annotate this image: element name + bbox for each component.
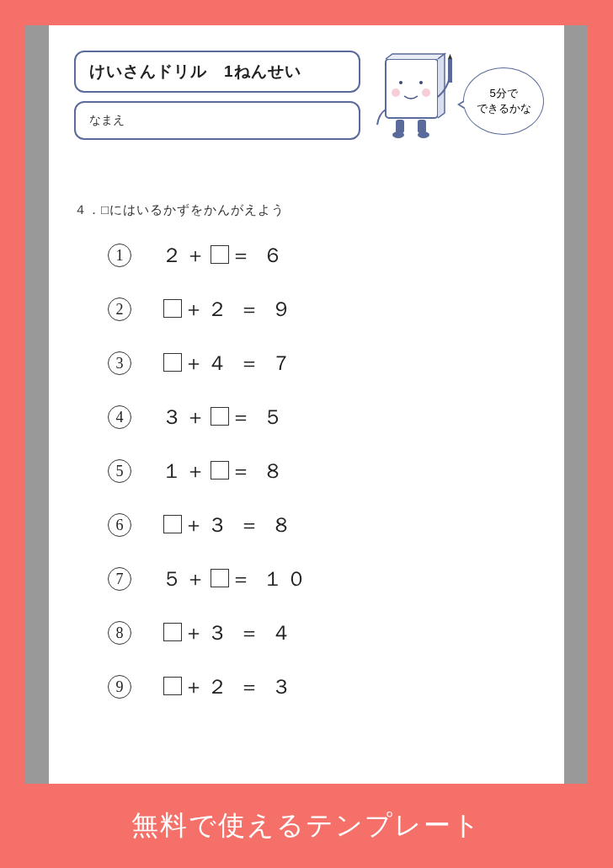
blank-box[interactable] bbox=[211, 461, 229, 480]
outer-frame: けいさんドリル 1ねんせい なまえ bbox=[0, 0, 613, 868]
worksheet-title: けいさんドリル 1ねんせい bbox=[89, 62, 301, 80]
svg-rect-0 bbox=[386, 59, 438, 118]
problem-row: 8＋３ ＝ ４ bbox=[108, 619, 539, 646]
problem-row: 2＋２ ＝ ９ bbox=[108, 296, 539, 323]
problem-row: 9＋２ ＝ ３ bbox=[108, 673, 539, 700]
equation: ＋３ ＝ ８ bbox=[162, 512, 295, 538]
svg-point-4 bbox=[422, 88, 430, 97]
svg-point-3 bbox=[392, 88, 400, 97]
problem-number: 9 bbox=[108, 675, 131, 699]
blank-box[interactable] bbox=[211, 245, 229, 264]
problem-number: 4 bbox=[108, 405, 131, 429]
problem-row: 1２＋＝ ６ bbox=[108, 242, 539, 269]
speech-bubble: 5分で できるかな bbox=[463, 67, 544, 135]
problem-number: 1 bbox=[108, 244, 131, 267]
problem-number: 8 bbox=[108, 621, 131, 645]
bubble-line-2: できるかな bbox=[477, 101, 531, 116]
eq-right: ＝ ８ bbox=[231, 460, 286, 482]
equation: ＋４ ＝ ７ bbox=[162, 350, 295, 377]
header-row: けいさんドリル 1ねんせい なまえ bbox=[74, 51, 539, 160]
problem-number: 7 bbox=[108, 567, 131, 591]
problem-list: 1２＋＝ ６2＋２ ＝ ９3＋４ ＝ ７4３＋＝ ５5１＋＝ ８6＋３ ＝ ８7… bbox=[74, 242, 539, 700]
problem-number: 2 bbox=[108, 297, 131, 321]
eq-right: ＋３ ＝ ４ bbox=[184, 622, 295, 644]
svg-rect-9 bbox=[418, 120, 426, 133]
notebook-mascot-icon bbox=[370, 51, 463, 160]
mascot-area: 5分で できるかな bbox=[370, 51, 539, 160]
footer-banner: 無料で使えるテンプレート bbox=[0, 784, 613, 868]
problem-number: 5 bbox=[108, 459, 131, 483]
blank-box[interactable] bbox=[163, 677, 182, 695]
blank-box[interactable] bbox=[163, 299, 182, 318]
blank-box[interactable] bbox=[163, 353, 182, 372]
eq-right: ＋２ ＝ ９ bbox=[184, 298, 295, 320]
name-box: なまえ bbox=[74, 101, 360, 140]
title-stack: けいさんドリル 1ねんせい なまえ bbox=[74, 51, 360, 148]
problem-row: 5１＋＝ ８ bbox=[108, 458, 539, 485]
worksheet-title-box: けいさんドリル 1ねんせい bbox=[74, 51, 360, 93]
svg-point-2 bbox=[419, 81, 423, 84]
banner-text: 無料で使えるテンプレート bbox=[131, 807, 482, 844]
eq-right: ＋２ ＝ ３ bbox=[184, 676, 295, 698]
equation: ＋３ ＝ ４ bbox=[162, 619, 295, 646]
blank-box[interactable] bbox=[211, 407, 229, 426]
blank-box[interactable] bbox=[163, 623, 182, 641]
problem-number: 3 bbox=[108, 351, 131, 375]
instruction-text: ４．□にはいるかずをかんがえよう bbox=[74, 202, 539, 218]
equation: ＋２ ＝ ３ bbox=[162, 673, 295, 700]
svg-point-10 bbox=[418, 131, 429, 138]
svg-point-8 bbox=[392, 131, 404, 138]
right-shadow-bar bbox=[564, 25, 588, 784]
eq-left: １＋ bbox=[162, 460, 209, 482]
bubble-line-1: 5分で bbox=[489, 86, 517, 101]
eq-right: ＝ ５ bbox=[231, 406, 286, 428]
equation: ５＋＝ １０ bbox=[162, 565, 310, 592]
problem-row: 7５＋＝ １０ bbox=[108, 565, 539, 592]
equation: ３＋＝ ５ bbox=[162, 404, 286, 431]
eq-right: ＝ １０ bbox=[231, 568, 310, 590]
eq-right: ＋３ ＝ ８ bbox=[184, 514, 295, 536]
equation: ＋２ ＝ ９ bbox=[162, 296, 295, 323]
svg-marker-6 bbox=[448, 54, 452, 59]
equation: １＋＝ ８ bbox=[162, 458, 286, 485]
equation: ２＋＝ ６ bbox=[162, 242, 286, 269]
svg-rect-5 bbox=[448, 59, 452, 83]
eq-right: ＝ ６ bbox=[231, 244, 286, 266]
document-wrap: けいさんドリル 1ねんせい なまえ bbox=[25, 25, 588, 784]
name-label: なまえ bbox=[89, 114, 125, 126]
eq-left: ５＋ bbox=[162, 568, 209, 590]
worksheet-page: けいさんドリル 1ねんせい なまえ bbox=[49, 25, 564, 784]
blank-box[interactable] bbox=[211, 569, 229, 587]
eq-left: ２＋ bbox=[162, 244, 209, 266]
problem-number: 6 bbox=[108, 513, 131, 537]
problem-row: 6＋３ ＝ ８ bbox=[108, 512, 539, 538]
problem-row: 4３＋＝ ５ bbox=[108, 404, 539, 431]
svg-rect-7 bbox=[396, 120, 404, 133]
problem-row: 3＋４ ＝ ７ bbox=[108, 350, 539, 377]
left-shadow-bar bbox=[25, 25, 49, 784]
eq-left: ３＋ bbox=[162, 406, 209, 428]
svg-point-1 bbox=[399, 81, 402, 84]
blank-box[interactable] bbox=[163, 515, 182, 533]
eq-right: ＋４ ＝ ７ bbox=[184, 352, 295, 374]
